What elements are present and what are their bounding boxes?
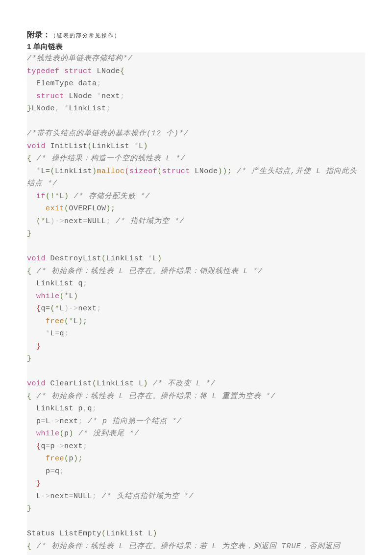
var: L (41, 167, 46, 176)
param: LinkList L (97, 379, 144, 388)
func-name: DestroyList (46, 254, 101, 263)
param: L (139, 142, 144, 151)
func-name: ClearList (46, 379, 92, 388)
indent (27, 192, 36, 201)
comment: /* 指针域为空 */ (111, 217, 184, 226)
brace: { (27, 154, 32, 163)
field: next (64, 442, 83, 451)
comment: /* 初始条件：线性表 L 已存在。操作结果：将 L 重置为空表 */ (32, 392, 276, 401)
brace: { (27, 442, 41, 451)
brace: } (27, 479, 41, 488)
semicolon: ; (106, 217, 111, 226)
indent (27, 217, 36, 226)
code-block: /*线性表的单链表存储结构*/ typedef struct LNode{ El… (27, 52, 365, 555)
keyword-struct: struct (64, 67, 92, 76)
type: LinkList (55, 167, 92, 176)
paren: ( (125, 167, 130, 176)
paren: ( (101, 530, 106, 538)
comment: /* 头结点指针域为空 */ (97, 492, 194, 501)
brace: { (27, 304, 41, 313)
paren: (* (64, 317, 74, 326)
var: L (74, 317, 78, 326)
paren: ( (64, 204, 69, 213)
paren: ); (78, 317, 88, 326)
var: L (60, 192, 65, 201)
arrow: -> (41, 492, 50, 501)
paren: =( (46, 167, 55, 176)
var: L (46, 217, 50, 226)
brace: { (27, 542, 32, 551)
semicolon: ; (78, 417, 83, 426)
func-call: free (27, 317, 64, 326)
paren: ) (69, 429, 74, 438)
comment: /*带有头结点的单链表的基本操作(12 个)*/ (27, 129, 189, 138)
semicolon: ; (83, 442, 88, 451)
eq: = (69, 492, 74, 501)
keyword-while: while (36, 429, 60, 438)
semicolon: ; (92, 404, 97, 413)
indent (27, 292, 36, 301)
const: OVERFLOW (69, 204, 106, 213)
param: LinkList (106, 254, 148, 263)
paren: (* (60, 292, 69, 301)
param: L (153, 254, 158, 263)
brace: } (27, 505, 32, 513)
paren: ( (88, 142, 93, 151)
paren: ( (157, 167, 162, 176)
paren: ) (74, 292, 78, 301)
var: p (27, 417, 41, 426)
comment: /* 操作结果：构造一个空的线性表 L */ (32, 154, 186, 163)
paren: (* (36, 217, 46, 226)
brace: { (120, 67, 125, 76)
star: * (97, 92, 102, 101)
appendix-subtitle: （链表的部分常见操作） (50, 32, 121, 38)
paren: ) (92, 167, 97, 176)
decl: LinkList q (27, 279, 83, 288)
var: L (27, 492, 41, 501)
paren: =(* (46, 304, 60, 313)
indent (27, 429, 36, 438)
type: LNode (190, 167, 218, 176)
semicolon: ; (83, 279, 88, 288)
semicolon: ; (64, 329, 69, 338)
comment: /* 存储分配失败 */ (69, 192, 150, 201)
star: * (148, 254, 153, 263)
var: p (27, 467, 50, 476)
comment: /*线性表的单链表存储结构*/ (27, 54, 133, 63)
var: L (50, 329, 55, 338)
var: p (64, 429, 69, 438)
comment: /* p 指向第一个结点 */ (83, 417, 182, 426)
keyword-sizeof: sizeof (129, 167, 157, 176)
eq: = (50, 467, 55, 476)
comment: /* 初始条件：线性表 L 已存在。操作结果：若 L 为空表，则返回 TRUE，… (27, 542, 345, 555)
const: NULL (74, 492, 92, 501)
keyword-struct: struct (162, 167, 190, 176)
var: L (46, 417, 50, 426)
indent (27, 167, 36, 176)
arrow: -> (50, 417, 60, 426)
star: * (46, 329, 50, 338)
var: q (41, 304, 46, 313)
func-call: malloc (97, 167, 125, 176)
var: q (60, 329, 65, 338)
arrow: -> (55, 442, 64, 451)
type-name: LNode (92, 67, 120, 76)
appendix-label: 附录： (27, 30, 50, 39)
type-name: LNode (64, 92, 97, 101)
comma: , (55, 104, 60, 113)
comma: , (83, 404, 88, 413)
star: * (36, 167, 41, 176)
eq: = (41, 417, 46, 426)
keyword-typedef: typedef (27, 67, 60, 76)
field: next (101, 92, 120, 101)
comment: /* 没到表尾 */ (74, 429, 139, 438)
indent (27, 329, 46, 338)
paren: ( (92, 379, 97, 388)
var: p (50, 442, 55, 451)
param: LinkList (92, 142, 134, 151)
indent (27, 92, 36, 101)
star: * (60, 104, 69, 113)
semicolon: ; (120, 92, 125, 101)
brace: { (27, 392, 32, 401)
semicolon: ; (92, 492, 97, 501)
